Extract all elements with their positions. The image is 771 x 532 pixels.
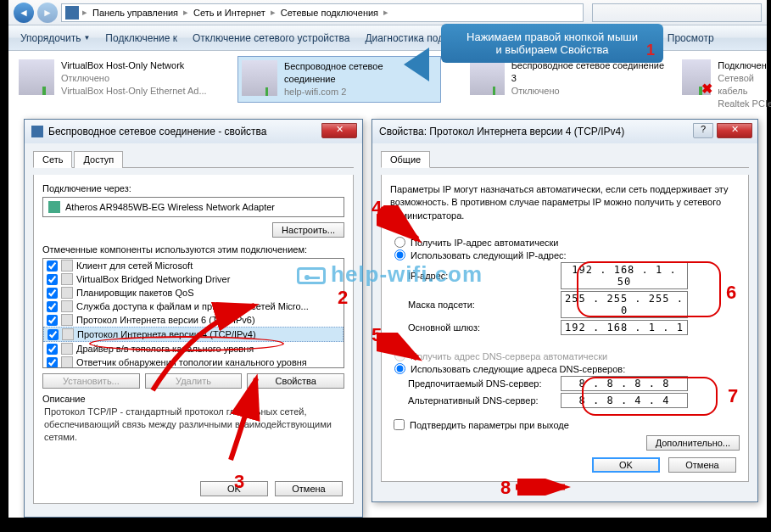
- red-oval-highlight: [577, 261, 721, 317]
- radio-label: Использовать следующий IP-адрес:: [411, 250, 567, 260]
- radio-label: Получить адрес DNS-сервера автоматически: [411, 351, 607, 361]
- breadcrumb[interactable]: ▸ Панель управления▸ Сеть и Интернет▸ Се…: [61, 3, 584, 22]
- component-checkbox[interactable]: [47, 329, 59, 340]
- nav-forward-button[interactable]: ►: [37, 3, 58, 23]
- nav-back-button[interactable]: ◄: [14, 3, 34, 23]
- checkbox-label: Подтвердить параметры при выходе: [410, 420, 569, 430]
- dns1-label: Предпочитаемый DNS-сервер:: [408, 378, 561, 389]
- component-checkbox[interactable]: [47, 288, 58, 299]
- help-button[interactable]: ?: [693, 123, 713, 138]
- annotation-7: 7: [728, 385, 738, 407]
- gateway-input[interactable]: 192 . 168 . 1 . 1: [561, 320, 688, 335]
- annotation-8: 8: [500, 477, 511, 499]
- cancel-button[interactable]: Отмена: [668, 457, 736, 473]
- component-icon: [61, 314, 73, 326]
- tab-network[interactable]: Сеть: [33, 151, 72, 168]
- cancel-button[interactable]: Отмена: [275, 481, 343, 496]
- disconnected-x-icon: ✖: [701, 81, 712, 97]
- crumb-3[interactable]: Сетевые подключения: [276, 8, 383, 18]
- tab-strip: Общие: [381, 150, 749, 168]
- radio-label: Использовать следующие адреса DNS-сервер…: [411, 364, 625, 374]
- dns2-label: Альтернативный DNS-сервер:: [408, 395, 561, 406]
- red-arrow-icon: [171, 367, 273, 468]
- conn-state: Отключено: [61, 72, 207, 85]
- hint-tooltip: Нажимаем правой кнопкой мыши и выбираем …: [441, 24, 663, 63]
- control-panel-icon: [65, 6, 79, 20]
- radio-label: Получить IP-адрес автоматически: [411, 238, 558, 248]
- dialog-titlebar[interactable]: Беспроводное сетевое соединение - свойст…: [25, 120, 362, 143]
- component-checkbox[interactable]: [47, 315, 58, 326]
- radio-ip-manual[interactable]: [394, 249, 405, 260]
- component-icon: [61, 356, 73, 368]
- annotation-5: 5: [372, 324, 382, 346]
- conn-ssid: help-wifi.com 2: [284, 86, 437, 98]
- component-label: VirtualBox Bridged Networking Driver: [76, 274, 230, 284]
- component-icon: [61, 260, 73, 272]
- component-icon: [61, 300, 73, 312]
- dialog-title: Свойства: Протокол Интернета версии 4 (T…: [379, 126, 624, 137]
- conn-title: Беспроводное сетевое соединение 3: [511, 59, 667, 85]
- adapter-icon: [48, 201, 60, 213]
- tab-strip: Сеть Доступ: [33, 150, 354, 168]
- network-icon: [470, 59, 505, 95]
- label-connection-via: Подключение через:: [42, 183, 344, 193]
- component-checkbox[interactable]: [47, 357, 58, 368]
- red-arrow-icon: [514, 479, 573, 496]
- component-icon: [62, 328, 74, 340]
- red-arrow-icon: [377, 333, 427, 367]
- adapter-name: Atheros AR9485WB-EG Wireless Network Ada…: [65, 202, 275, 212]
- close-button[interactable]: ✕: [321, 123, 357, 138]
- crumb-2[interactable]: Сеть и Интернет: [188, 8, 271, 18]
- toolbar-view[interactable]: Просмотр: [662, 30, 719, 47]
- search-input[interactable]: [592, 3, 762, 22]
- annotation-2: 2: [338, 287, 348, 309]
- install-button[interactable]: Установить...: [42, 373, 140, 389]
- watermark: help-wifi.com: [297, 261, 483, 288]
- dialog-title: Беспроводное сетевое соединение - свойст…: [48, 126, 267, 137]
- component-checkbox[interactable]: [47, 301, 58, 312]
- close-button[interactable]: ✕: [717, 123, 752, 138]
- network-icon: [242, 60, 277, 96]
- network-icon: [19, 59, 54, 95]
- dialog-titlebar[interactable]: Свойства: Протокол Интернета версии 4 (T…: [372, 120, 757, 143]
- conn-title: Подключение: [718, 59, 771, 72]
- component-checkbox[interactable]: [47, 274, 58, 285]
- connection-virtualbox[interactable]: VirtualBox Host-Only Network Отключено V…: [15, 56, 219, 101]
- component-checkbox[interactable]: [47, 260, 58, 272]
- connection-lan[interactable]: ✖ Подключение Сетевой кабель Realtek PCI…: [679, 56, 771, 113]
- component-icon: [61, 287, 73, 299]
- info-text: Параметры IP могут назначаться автоматич…: [390, 183, 740, 222]
- tooltip-line2: и выбираем Свойства: [451, 43, 653, 56]
- tab-access[interactable]: Доступ: [74, 151, 123, 168]
- toolbar-connect[interactable]: Подключение к: [100, 30, 182, 47]
- confirm-on-exit-checkbox[interactable]: [394, 419, 405, 430]
- annotation-6: 6: [726, 282, 736, 304]
- component-label: Клиент для сетей Microsoft: [76, 260, 193, 271]
- conn-adapter: VirtualBox Host-Only Ethernet Ad...: [61, 85, 207, 98]
- ok-button[interactable]: OK: [592, 457, 660, 473]
- network-icon: ✖: [682, 59, 711, 95]
- annotation-3: 3: [234, 471, 244, 493]
- annotation-4: 4: [372, 197, 382, 219]
- toolbar-disable[interactable]: Отключение сетевого устройства: [187, 30, 355, 47]
- watermark-icon: [297, 267, 326, 284]
- label-components: Отмеченные компоненты используются этим …: [42, 244, 344, 255]
- annotation-1: 1: [646, 42, 655, 59]
- conn-adapter: Realtek PCIe: [718, 98, 771, 110]
- crumb-1[interactable]: Панель управления: [87, 8, 183, 18]
- gateway-label: Основной шлюз:: [408, 322, 561, 333]
- conn-state: Отключено: [511, 85, 667, 98]
- mask-label: Маска подсети:: [408, 300, 561, 310]
- red-oval-highlight: [582, 377, 718, 416]
- conn-title: VirtualBox Host-Only Network: [61, 59, 207, 72]
- tab-general[interactable]: Общие: [381, 151, 430, 168]
- toolbar-organize[interactable]: Упорядочить ▼: [15, 30, 95, 47]
- component-checkbox[interactable]: [47, 344, 58, 355]
- address-bar: ◄ ► ▸ Панель управления▸ Сеть и Интернет…: [8, 0, 767, 25]
- adapter-box: Atheros AR9485WB-EG Wireless Network Ada…: [42, 197, 344, 217]
- component-icon: [61, 343, 73, 355]
- configure-button[interactable]: Настроить...: [272, 222, 344, 238]
- conn-sub: Сетевой кабель: [718, 72, 771, 98]
- advanced-button[interactable]: Дополнительно...: [646, 435, 740, 451]
- red-arrow-icon: [377, 205, 427, 248]
